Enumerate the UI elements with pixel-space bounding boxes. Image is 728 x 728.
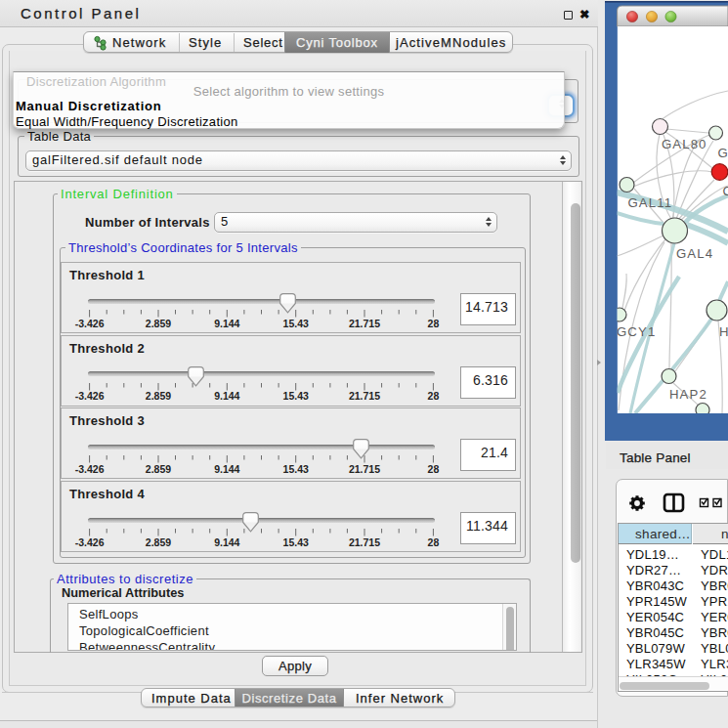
svg-text:GAL80: GAL80 <box>662 137 707 151</box>
svg-text:GAL4: GAL4 <box>676 246 713 261</box>
svg-text:HI: HI <box>719 324 728 339</box>
svg-text:HAP2: HAP2 <box>669 387 707 402</box>
svg-text:GAL2: GAL2 <box>718 146 728 160</box>
svg-text:GAL11: GAL11 <box>628 195 673 210</box>
svg-text:CY: CY <box>723 184 728 198</box>
svg-text:GCY1: GCY1 <box>617 324 656 339</box>
